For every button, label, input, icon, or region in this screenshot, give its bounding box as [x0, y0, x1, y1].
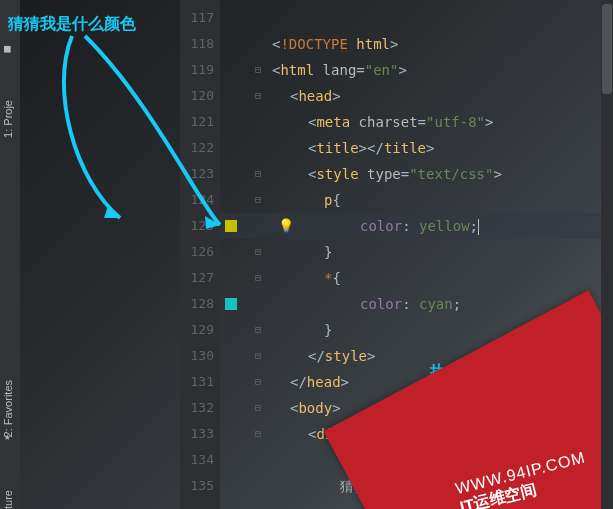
- svg-marker-0: [104, 206, 120, 218]
- fold-icon[interactable]: ⊟: [255, 428, 267, 440]
- line-number: 132: [184, 400, 214, 415]
- color-swatch-yellow[interactable]: [225, 220, 237, 232]
- code-line[interactable]: <style type="text/css">: [308, 166, 502, 182]
- line-number: 130: [184, 348, 214, 363]
- code-line[interactable]: <body>: [290, 400, 341, 416]
- code-line[interactable]: <meta charset="utf-8">: [308, 114, 494, 130]
- favorites-tool-tab[interactable]: 2: Favorites: [2, 380, 14, 437]
- line-number: 122: [184, 140, 214, 155]
- line-number: 133: [184, 426, 214, 441]
- code-line[interactable]: <title></title>: [308, 140, 434, 156]
- text-caret: [478, 219, 479, 235]
- fold-icon[interactable]: ⊟: [255, 90, 267, 102]
- annotation-question-label: 猜猜我是什么颜色: [8, 16, 136, 32]
- structure-tool-tab[interactable]: Structure: [2, 490, 14, 509]
- folder-icon: ■: [4, 42, 11, 55]
- line-number: 118: [184, 36, 214, 51]
- editor-window: 1: Proje ■ 2: Favorites ★ Structure 117 …: [0, 0, 613, 509]
- line-number: 121: [184, 114, 214, 129]
- line-number: 129: [184, 322, 214, 337]
- code-line[interactable]: }: [324, 244, 332, 260]
- fold-icon[interactable]: ⊟: [255, 64, 267, 76]
- line-number: 125: [184, 218, 214, 233]
- fold-icon[interactable]: ⊟: [255, 194, 267, 206]
- line-number: 120: [184, 88, 214, 103]
- vertical-scrollbar[interactable]: [601, 0, 613, 509]
- fold-icon[interactable]: ⊟: [255, 168, 267, 180]
- line-number: 126: [184, 244, 214, 259]
- code-line[interactable]: </head>: [290, 374, 349, 390]
- color-swatch-cyan[interactable]: [225, 298, 237, 310]
- line-number: 117: [184, 10, 214, 25]
- project-tool-tab[interactable]: 1: Proje: [2, 100, 14, 138]
- fold-icon[interactable]: ⊟: [255, 376, 267, 388]
- line-number: 135: [184, 478, 214, 493]
- code-line[interactable]: </style>: [308, 348, 375, 364]
- line-number: 128: [184, 296, 214, 311]
- fold-icon[interactable]: ⊟: [255, 350, 267, 362]
- code-line[interactable]: <head>: [290, 88, 341, 104]
- code-line[interactable]: *{: [324, 270, 341, 286]
- line-number: 124: [184, 192, 214, 207]
- line-number: 134: [184, 452, 214, 467]
- code-line[interactable]: p{: [324, 192, 341, 208]
- star-icon: ★: [4, 430, 11, 443]
- fold-icon[interactable]: ⊟: [255, 272, 267, 284]
- code-line[interactable]: color: yellow;: [360, 218, 479, 235]
- fold-icon[interactable]: ⊟: [255, 324, 267, 336]
- line-number: 127: [184, 270, 214, 285]
- code-line[interactable]: color: cyan;: [360, 296, 461, 312]
- tool-window-bar: 1: Proje ■ 2: Favorites ★ Structure: [0, 0, 20, 509]
- scrollbar-thumb[interactable]: [602, 4, 612, 94]
- fold-icon[interactable]: ⊟: [255, 246, 267, 258]
- line-number: 119: [184, 62, 214, 77]
- code-line[interactable]: }: [324, 322, 332, 338]
- line-number: 131: [184, 374, 214, 389]
- fold-icon[interactable]: ⊟: [255, 402, 267, 414]
- code-line[interactable]: <html lang="en">: [272, 62, 407, 78]
- line-number: 123: [184, 166, 214, 181]
- code-line[interactable]: <!DOCTYPE html>: [272, 36, 398, 52]
- intention-bulb-icon[interactable]: 💡: [278, 218, 294, 233]
